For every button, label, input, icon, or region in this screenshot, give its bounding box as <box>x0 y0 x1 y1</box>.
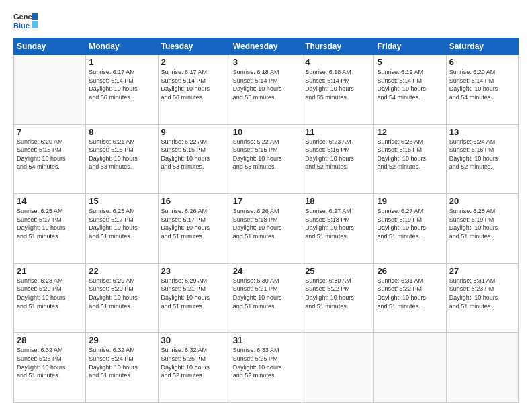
logo: General Blue <box>13 11 38 31</box>
calendar-cell: 18Sunrise: 6:27 AM Sunset: 5:18 PM Dayli… <box>302 194 374 264</box>
day-info: Sunrise: 6:28 AM Sunset: 5:19 PM Dayligh… <box>449 207 515 240</box>
day-number: 10 <box>233 127 299 137</box>
weekday-header: Tuesday <box>158 38 230 55</box>
day-number: 30 <box>161 335 227 345</box>
calendar-cell: 17Sunrise: 6:26 AM Sunset: 5:18 PM Dayli… <box>230 194 302 264</box>
calendar-cell: 4Sunrise: 6:18 AM Sunset: 5:14 PM Daylig… <box>302 55 374 125</box>
calendar-cell: 1Sunrise: 6:17 AM Sunset: 5:14 PM Daylig… <box>86 55 158 125</box>
day-number: 6 <box>449 57 515 67</box>
calendar-table: SundayMondayTuesdayWednesdayThursdayFrid… <box>13 38 519 403</box>
day-info: Sunrise: 6:29 AM Sunset: 5:21 PM Dayligh… <box>161 277 227 310</box>
day-number: 23 <box>161 266 227 276</box>
day-info: Sunrise: 6:23 AM Sunset: 5:16 PM Dayligh… <box>305 138 371 171</box>
day-number: 18 <box>305 196 371 206</box>
day-info: Sunrise: 6:32 AM Sunset: 5:23 PM Dayligh… <box>17 346 83 379</box>
day-number: 9 <box>161 127 227 137</box>
calendar-cell: 16Sunrise: 6:26 AM Sunset: 5:17 PM Dayli… <box>158 194 230 264</box>
calendar-cell: 9Sunrise: 6:22 AM Sunset: 5:15 PM Daylig… <box>158 124 230 194</box>
calendar-cell: 2Sunrise: 6:17 AM Sunset: 5:14 PM Daylig… <box>158 55 230 125</box>
calendar-cell: 30Sunrise: 6:32 AM Sunset: 5:25 PM Dayli… <box>158 333 230 403</box>
day-number: 8 <box>89 127 154 137</box>
day-info: Sunrise: 6:33 AM Sunset: 5:25 PM Dayligh… <box>233 346 299 379</box>
day-info: Sunrise: 6:29 AM Sunset: 5:20 PM Dayligh… <box>89 277 154 310</box>
calendar-cell: 31Sunrise: 6:33 AM Sunset: 5:25 PM Dayli… <box>230 333 302 403</box>
day-info: Sunrise: 6:30 AM Sunset: 5:21 PM Dayligh… <box>233 277 299 310</box>
calendar-cell: 21Sunrise: 6:28 AM Sunset: 5:20 PM Dayli… <box>14 263 86 333</box>
day-number: 2 <box>161 57 227 67</box>
header: General Blue <box>13 11 519 31</box>
day-number: 31 <box>233 335 299 345</box>
day-number: 11 <box>305 127 371 137</box>
calendar-cell: 22Sunrise: 6:29 AM Sunset: 5:20 PM Dayli… <box>86 263 158 333</box>
calendar-cell <box>446 333 518 403</box>
day-info: Sunrise: 6:22 AM Sunset: 5:15 PM Dayligh… <box>233 138 299 171</box>
day-number: 25 <box>305 266 371 276</box>
calendar-cell: 11Sunrise: 6:23 AM Sunset: 5:16 PM Dayli… <box>302 124 374 194</box>
calendar-cell: 27Sunrise: 6:31 AM Sunset: 5:23 PM Dayli… <box>446 263 518 333</box>
calendar-cell: 29Sunrise: 6:32 AM Sunset: 5:24 PM Dayli… <box>86 333 158 403</box>
calendar-cell: 15Sunrise: 6:25 AM Sunset: 5:17 PM Dayli… <box>86 194 158 264</box>
weekday-header: Monday <box>86 38 158 55</box>
day-info: Sunrise: 6:17 AM Sunset: 5:14 PM Dayligh… <box>89 68 154 101</box>
day-info: Sunrise: 6:26 AM Sunset: 5:17 PM Dayligh… <box>161 207 227 240</box>
logo-icon: General Blue <box>13 11 38 31</box>
day-number: 21 <box>17 266 83 276</box>
calendar-cell: 19Sunrise: 6:27 AM Sunset: 5:19 PM Dayli… <box>374 194 446 264</box>
calendar-cell <box>14 55 86 125</box>
day-number: 1 <box>89 57 154 67</box>
day-number: 20 <box>449 196 515 206</box>
weekday-header: Sunday <box>14 38 86 55</box>
calendar-cell <box>302 333 374 403</box>
day-number: 3 <box>233 57 299 67</box>
calendar-cell: 20Sunrise: 6:28 AM Sunset: 5:19 PM Dayli… <box>446 194 518 264</box>
day-number: 24 <box>233 266 299 276</box>
day-number: 5 <box>377 57 443 67</box>
day-number: 22 <box>89 266 154 276</box>
day-info: Sunrise: 6:25 AM Sunset: 5:17 PM Dayligh… <box>17 207 83 240</box>
calendar-cell: 12Sunrise: 6:23 AM Sunset: 5:16 PM Dayli… <box>374 124 446 194</box>
calendar-cell: 7Sunrise: 6:20 AM Sunset: 5:15 PM Daylig… <box>14 124 86 194</box>
calendar-cell: 26Sunrise: 6:31 AM Sunset: 5:22 PM Dayli… <box>374 263 446 333</box>
day-number: 7 <box>17 127 83 137</box>
weekday-header: Wednesday <box>230 38 302 55</box>
day-info: Sunrise: 6:18 AM Sunset: 5:14 PM Dayligh… <box>233 68 299 101</box>
calendar-cell: 3Sunrise: 6:18 AM Sunset: 5:14 PM Daylig… <box>230 55 302 125</box>
calendar-cell: 24Sunrise: 6:30 AM Sunset: 5:21 PM Dayli… <box>230 263 302 333</box>
day-number: 4 <box>305 57 371 67</box>
day-number: 12 <box>377 127 443 137</box>
calendar-cell: 8Sunrise: 6:21 AM Sunset: 5:15 PM Daylig… <box>86 124 158 194</box>
day-info: Sunrise: 6:32 AM Sunset: 5:25 PM Dayligh… <box>161 346 227 379</box>
day-number: 19 <box>377 196 443 206</box>
day-info: Sunrise: 6:25 AM Sunset: 5:17 PM Dayligh… <box>89 207 154 240</box>
day-info: Sunrise: 6:30 AM Sunset: 5:22 PM Dayligh… <box>305 277 371 310</box>
svg-text:Blue: Blue <box>13 21 30 30</box>
day-info: Sunrise: 6:32 AM Sunset: 5:24 PM Dayligh… <box>89 346 154 379</box>
day-info: Sunrise: 6:20 AM Sunset: 5:14 PM Dayligh… <box>449 68 515 101</box>
day-info: Sunrise: 6:24 AM Sunset: 5:16 PM Dayligh… <box>449 138 515 171</box>
day-number: 17 <box>233 196 299 206</box>
day-info: Sunrise: 6:18 AM Sunset: 5:14 PM Dayligh… <box>305 68 371 101</box>
day-info: Sunrise: 6:27 AM Sunset: 5:19 PM Dayligh… <box>377 207 443 240</box>
day-number: 14 <box>17 196 83 206</box>
calendar-cell <box>374 333 446 403</box>
page: General Blue SundayMondayTuesdayWednesda… <box>0 0 532 411</box>
day-number: 13 <box>449 127 515 137</box>
day-info: Sunrise: 6:27 AM Sunset: 5:18 PM Dayligh… <box>305 207 371 240</box>
day-number: 16 <box>161 196 227 206</box>
weekday-header: Saturday <box>446 38 518 55</box>
day-info: Sunrise: 6:22 AM Sunset: 5:15 PM Dayligh… <box>161 138 227 171</box>
weekday-header: Thursday <box>302 38 374 55</box>
day-info: Sunrise: 6:28 AM Sunset: 5:20 PM Dayligh… <box>17 277 83 310</box>
calendar-cell: 25Sunrise: 6:30 AM Sunset: 5:22 PM Dayli… <box>302 263 374 333</box>
day-number: 15 <box>89 196 154 206</box>
calendar-cell: 5Sunrise: 6:19 AM Sunset: 5:14 PM Daylig… <box>374 55 446 125</box>
day-info: Sunrise: 6:31 AM Sunset: 5:22 PM Dayligh… <box>377 277 443 310</box>
day-number: 29 <box>89 335 154 345</box>
calendar-cell: 23Sunrise: 6:29 AM Sunset: 5:21 PM Dayli… <box>158 263 230 333</box>
calendar-cell: 6Sunrise: 6:20 AM Sunset: 5:14 PM Daylig… <box>446 55 518 125</box>
day-info: Sunrise: 6:17 AM Sunset: 5:14 PM Dayligh… <box>161 68 227 101</box>
svg-marker-2 <box>32 13 38 20</box>
day-info: Sunrise: 6:26 AM Sunset: 5:18 PM Dayligh… <box>233 207 299 240</box>
calendar-cell: 10Sunrise: 6:22 AM Sunset: 5:15 PM Dayli… <box>230 124 302 194</box>
day-info: Sunrise: 6:21 AM Sunset: 5:15 PM Dayligh… <box>89 138 154 171</box>
